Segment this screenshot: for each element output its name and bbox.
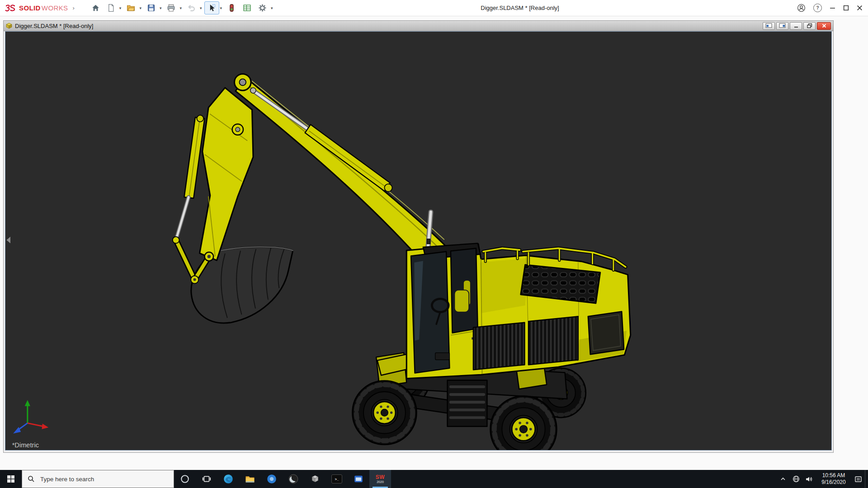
document-title: Digger.SLDASM * [Read-only] — [15, 23, 93, 29]
edge-button[interactable] — [217, 470, 239, 488]
speaker-icon — [805, 475, 813, 483]
taskbar-search[interactable] — [22, 470, 174, 488]
show-desktop-button[interactable] — [865, 470, 868, 488]
doc-restore-button[interactable] — [803, 22, 816, 30]
3ds-logo-icon — [5, 4, 18, 13]
solidworks-2020-icon: SW 2020 — [376, 474, 385, 483]
excavator-3d-model[interactable]: *Dimetric — [5, 32, 831, 450]
action-center-icon — [854, 475, 862, 483]
design-table-icon — [243, 4, 251, 12]
gear-icon — [258, 4, 267, 12]
solidworks-2020-taskbar-button[interactable]: SW 2020 — [369, 470, 391, 488]
cortana-button[interactable] — [174, 470, 196, 488]
search-icon — [28, 475, 35, 483]
options-dropdown-caret[interactable]: ▾ — [271, 6, 273, 10]
doc-close-button[interactable] — [817, 22, 831, 30]
cad-cube-icon — [311, 474, 320, 483]
task-view-button[interactable] — [196, 470, 217, 488]
app-titlebar: SOLID WORKS › ▾ — [0, 0, 868, 16]
app-window-controls: ? — [797, 0, 863, 16]
document-window-controls — [763, 22, 831, 30]
new-document-icon — [107, 4, 115, 12]
home-icon — [91, 4, 100, 12]
cortana-icon — [180, 474, 189, 483]
tray-expand-button[interactable] — [776, 470, 789, 488]
options-button[interactable] — [255, 1, 270, 14]
undo-button[interactable] — [184, 1, 199, 14]
print-dropdown-caret[interactable]: ▾ — [179, 6, 182, 10]
home-button[interactable] — [88, 1, 103, 14]
select-cursor-icon — [208, 4, 216, 12]
brand-expand-chevron-icon[interactable]: › — [73, 5, 75, 11]
browser-icon — [267, 474, 277, 484]
windows-logo-icon — [7, 475, 14, 483]
search-input[interactable] — [39, 475, 163, 483]
terminal-icon: >_ — [331, 474, 342, 483]
document-window: Digger.SLDASM * [Read-only] — [3, 20, 834, 453]
pane-right-button[interactable] — [776, 22, 788, 30]
side-grille-left — [473, 323, 525, 370]
network-button[interactable] — [789, 470, 802, 488]
app-window-button[interactable] — [348, 470, 369, 488]
brand-solid-text: SOLID — [19, 4, 41, 12]
edge-icon — [223, 474, 233, 484]
save-icon — [147, 4, 156, 12]
start-button[interactable] — [0, 470, 22, 488]
network-globe-icon — [793, 475, 800, 483]
brand-works-text: WORKS — [42, 4, 68, 12]
app-title: Digger.SLDASM * [Read-only] — [457, 0, 583, 16]
minimize-icon[interactable] — [830, 5, 835, 11]
media-app-button[interactable] — [283, 470, 304, 488]
app-window-icon — [354, 474, 363, 483]
new-dropdown-caret[interactable]: ▾ — [119, 6, 122, 10]
select-tool-button[interactable] — [204, 1, 219, 14]
graphics-viewport[interactable]: *Dimetric — [5, 31, 832, 450]
doc-minimize-button[interactable] — [790, 22, 802, 30]
save-button[interactable] — [144, 1, 159, 14]
maximize-icon[interactable] — [843, 5, 849, 11]
task-view-icon — [202, 474, 211, 483]
help-icon[interactable]: ? — [813, 4, 822, 12]
save-dropdown-caret[interactable]: ▾ — [160, 6, 162, 10]
print-icon — [167, 4, 175, 12]
solidworks-logo: SOLID WORKS › — [0, 4, 75, 13]
undo-dropdown-caret[interactable]: ▾ — [200, 6, 202, 10]
taskbar-clock[interactable]: 10:56 AM 9/16/2020 — [816, 472, 852, 486]
cad-app-button[interactable] — [304, 470, 326, 488]
new-document-button[interactable] — [104, 1, 118, 14]
volume-button[interactable] — [802, 470, 816, 488]
rebuild-button[interactable] — [224, 1, 239, 14]
account-icon[interactable] — [797, 4, 806, 12]
screen: SOLID WORKS › ▾ — [0, 0, 868, 488]
open-button[interactable] — [123, 1, 138, 14]
rebuild-stoplight-icon — [227, 4, 236, 12]
system-tray: 10:56 AM 9/16/2020 — [776, 470, 868, 488]
browser-button[interactable] — [261, 470, 283, 488]
quick-access-toolbar: ▾ ▾ ▾ — [88, 1, 275, 14]
open-dropdown-caret[interactable]: ▾ — [139, 6, 142, 10]
document-titlebar[interactable]: Digger.SLDASM * [Read-only] — [4, 21, 833, 31]
clock-time: 10:56 AM — [816, 472, 851, 479]
open-folder-icon — [127, 4, 135, 12]
action-center-button[interactable] — [852, 470, 865, 488]
print-button[interactable] — [164, 1, 179, 14]
assembly-document-icon — [6, 23, 12, 29]
file-explorer-button[interactable] — [239, 470, 261, 488]
clock-date: 9/16/2020 — [816, 479, 851, 486]
chevron-up-icon — [780, 477, 786, 481]
file-explorer-icon — [245, 474, 255, 484]
terminal-button[interactable]: >_ — [326, 470, 348, 488]
media-app-icon — [288, 474, 298, 484]
select-dropdown-caret[interactable]: ▾ — [220, 6, 222, 10]
close-icon[interactable] — [857, 5, 863, 11]
pane-left-button[interactable] — [763, 22, 775, 30]
taskbar: >_ SW 2020 — [0, 470, 868, 488]
view-orientation-label: *Dimetric — [12, 441, 39, 449]
side-grille-right — [528, 316, 578, 365]
undo-icon — [187, 4, 196, 12]
design-table-button[interactable] — [240, 1, 255, 14]
operator-seat — [454, 290, 469, 312]
